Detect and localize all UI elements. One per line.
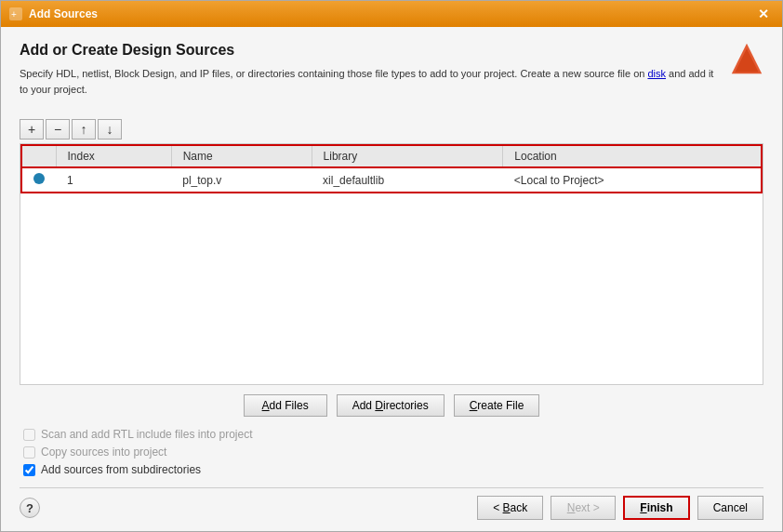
xilinx-logo bbox=[730, 42, 763, 75]
add-subdirectories-checkbox[interactable] bbox=[23, 464, 35, 476]
add-directories-button[interactable]: Add Directories bbox=[337, 394, 445, 417]
row-dot-cell bbox=[21, 167, 56, 193]
col-location: Location bbox=[503, 145, 762, 167]
page-description: Specify HDL, netlist, Block Design, and … bbox=[20, 66, 719, 97]
add-files-button[interactable]: Add Files bbox=[244, 394, 327, 417]
remove-button[interactable]: − bbox=[46, 119, 70, 140]
footer: ? < Back Next > Finish Cancel bbox=[20, 487, 763, 520]
description-text1: Specify HDL, netlist, Block Design, and … bbox=[20, 68, 644, 79]
row-status-dot bbox=[33, 173, 45, 184]
col-index: Index bbox=[56, 145, 171, 167]
page-title: Add or Create Design Sources bbox=[20, 42, 719, 59]
back-button[interactable]: < Back bbox=[477, 496, 543, 520]
row-index: 1 bbox=[56, 167, 171, 193]
cancel-button[interactable]: Cancel bbox=[697, 496, 763, 520]
scan-rtl-label: Scan and add RTL include files into proj… bbox=[41, 428, 252, 441]
copy-sources-checkbox[interactable] bbox=[23, 446, 35, 459]
title-bar: + Add Sources ✕ bbox=[1, 1, 782, 27]
copy-sources-label: Copy sources into project bbox=[41, 446, 166, 459]
create-file-button[interactable]: Create File bbox=[454, 394, 540, 417]
table-header-row: Index Name Library Location bbox=[21, 145, 762, 167]
row-location: <Local to Project> bbox=[503, 167, 762, 193]
row-name: pl_top.v bbox=[171, 167, 312, 193]
row-library: xil_defaultlib bbox=[312, 167, 503, 193]
move-down-button[interactable]: ↓ bbox=[98, 119, 122, 140]
header-text: Add or Create Design Sources Specify HDL… bbox=[20, 42, 719, 108]
footer-right: < Back Next > Finish Cancel bbox=[477, 496, 763, 520]
svg-text:+: + bbox=[11, 9, 17, 20]
add-button[interactable]: + bbox=[20, 119, 44, 140]
files-table-container: Index Name Library Location 1 pl_top.v x… bbox=[20, 143, 763, 385]
move-up-button[interactable]: ↑ bbox=[72, 119, 96, 140]
next-button[interactable]: Next > bbox=[551, 496, 616, 520]
description-link[interactable]: disk bbox=[647, 68, 666, 79]
main-content: Add or Create Design Sources Specify HDL… bbox=[1, 27, 782, 531]
col-dot bbox=[21, 145, 56, 167]
add-subdirectories-label: Add sources from subdirectories bbox=[41, 463, 201, 476]
files-table: Index Name Library Location 1 pl_top.v x… bbox=[20, 144, 763, 193]
footer-left: ? bbox=[20, 498, 40, 518]
action-buttons: Add Files Add Directories Create File bbox=[20, 394, 763, 417]
help-button[interactable]: ? bbox=[20, 498, 40, 518]
checkboxes-area: Scan and add RTL include files into proj… bbox=[20, 428, 763, 476]
scan-rtl-checkbox[interactable] bbox=[23, 429, 35, 441]
window-title: Add Sources bbox=[29, 7, 747, 20]
close-button[interactable]: ✕ bbox=[752, 5, 775, 23]
finish-button[interactable]: Finish bbox=[623, 496, 689, 520]
toolbar: + − ↑ ↓ bbox=[20, 119, 763, 140]
main-window: + Add Sources ✕ Add or Create Design Sou… bbox=[0, 0, 783, 532]
col-name: Name bbox=[171, 145, 312, 167]
add-subdirectories-row: Add sources from subdirectories bbox=[23, 463, 763, 476]
table-row[interactable]: 1 pl_top.v xil_defaultlib <Local to Proj… bbox=[21, 167, 762, 193]
window-icon: + bbox=[8, 7, 23, 21]
header-area: Add or Create Design Sources Specify HDL… bbox=[20, 42, 763, 108]
col-library: Library bbox=[312, 145, 503, 167]
copy-sources-row: Copy sources into project bbox=[23, 446, 763, 459]
scan-rtl-row: Scan and add RTL include files into proj… bbox=[23, 428, 763, 441]
